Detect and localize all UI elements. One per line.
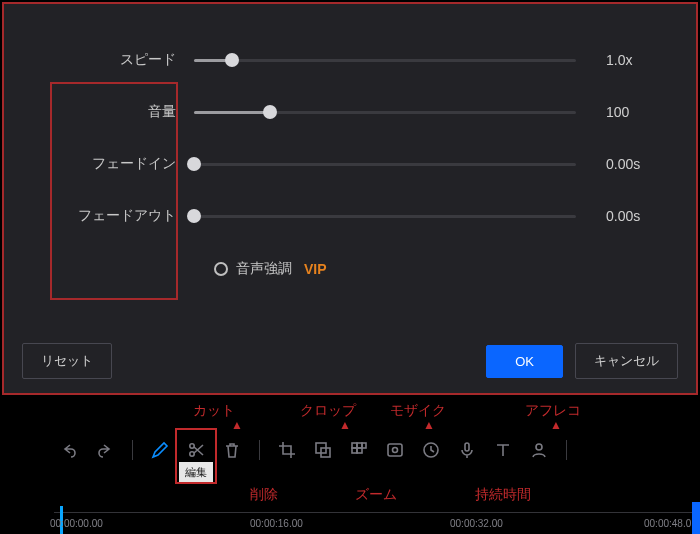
user-icon[interactable] — [526, 437, 552, 463]
vip-badge: VIP — [304, 261, 327, 277]
timeline[interactable]: 00:00:00.00 00:00:16.00 00:00:32.00 00:0… — [0, 506, 700, 532]
ann-delete: 削除 — [250, 486, 278, 504]
svg-rect-9 — [388, 444, 402, 456]
volume-row: 音量 100 — [34, 86, 666, 138]
speed-row: スピード 1.0x — [34, 34, 666, 86]
cancel-button[interactable]: キャンセル — [575, 343, 678, 379]
fadeout-row: フェードアウト 0.00s — [34, 190, 666, 242]
delete-trash-icon[interactable] — [219, 437, 245, 463]
svg-point-10 — [393, 448, 398, 453]
dialog-button-bar: リセット OK キャンセル — [4, 343, 696, 379]
reset-button[interactable]: リセット — [22, 343, 112, 379]
volume-label: 音量 — [34, 103, 194, 121]
time-label: 00:00:48.0 — [644, 518, 691, 529]
svg-point-13 — [536, 444, 542, 450]
settings-dialog: スピード 1.0x 音量 100 フェードイン 0.00s フェードア — [2, 2, 698, 395]
speed-label: スピード — [34, 51, 194, 69]
svg-rect-8 — [357, 448, 362, 453]
fadein-row: フェードイン 0.00s — [34, 138, 666, 190]
ann-mosaic: モザイク — [390, 402, 446, 420]
arrow-icon: ▲ — [339, 420, 351, 430]
voice-emphasis-row[interactable]: 音声強調 VIP — [214, 260, 666, 278]
fadeout-slider[interactable] — [194, 206, 576, 226]
text-icon[interactable] — [490, 437, 516, 463]
speed-value: 1.0x — [576, 52, 666, 68]
voiceover-mic-icon[interactable] — [454, 437, 480, 463]
toolbar — [0, 432, 700, 468]
fadein-slider[interactable] — [194, 154, 576, 174]
redo-icon[interactable] — [92, 437, 118, 463]
arrow-icon: ▲ — [550, 420, 562, 430]
speed-slider[interactable] — [194, 50, 576, 70]
crop-icon[interactable] — [274, 437, 300, 463]
svg-rect-12 — [465, 443, 469, 451]
ann-cut: カット — [193, 402, 235, 420]
ok-button[interactable]: OK — [486, 345, 563, 378]
ann-duration: 持続時間 — [475, 486, 531, 504]
fadeout-value: 0.00s — [576, 208, 666, 224]
freeze-frame-icon[interactable] — [382, 437, 408, 463]
zoom-icon[interactable] — [310, 437, 336, 463]
mosaic-icon[interactable] — [346, 437, 372, 463]
slider-group: スピード 1.0x 音量 100 フェードイン 0.00s フェードア — [4, 4, 696, 278]
volume-value: 100 — [576, 104, 666, 120]
fadein-label: フェードイン — [34, 155, 194, 173]
radio-icon[interactable] — [214, 262, 228, 276]
volume-slider[interactable] — [194, 102, 576, 122]
voice-emphasis-label: 音声強調 — [236, 260, 292, 278]
cut-scissors-icon[interactable] — [183, 437, 209, 463]
annotation-row-top: カット クロップ モザイク アフレコ ▲ ▲ ▲ ▲ — [0, 402, 700, 426]
edit-pencil-icon[interactable] — [147, 437, 173, 463]
arrow-icon: ▲ — [423, 420, 435, 430]
annotation-row-bottom: 削除 ズーム 持続時間 — [0, 486, 700, 508]
right-handle[interactable] — [692, 502, 700, 534]
ann-zoom: ズーム — [355, 486, 397, 504]
time-label: 00:00:00.00 — [50, 518, 103, 529]
arrow-icon: ▲ — [231, 420, 243, 430]
separator — [132, 440, 133, 460]
fadeout-label: フェードアウト — [34, 207, 194, 225]
fadein-value: 0.00s — [576, 156, 666, 172]
separator — [566, 440, 567, 460]
duration-clock-icon[interactable] — [418, 437, 444, 463]
edit-label[interactable]: 編集 — [179, 462, 213, 482]
time-label: 00:00:32.00 — [450, 518, 503, 529]
separator — [259, 440, 260, 460]
undo-icon[interactable] — [56, 437, 82, 463]
time-label: 00:00:16.00 — [250, 518, 303, 529]
